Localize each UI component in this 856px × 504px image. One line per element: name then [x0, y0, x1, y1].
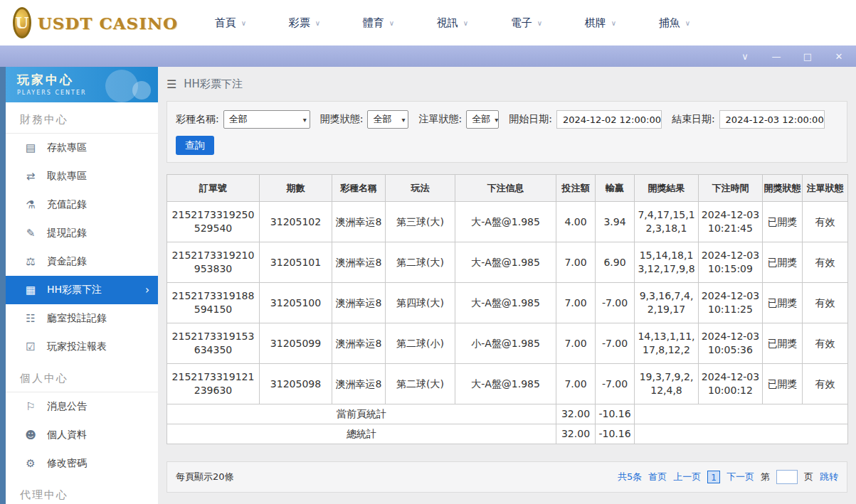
window-close-icon[interactable]: ✕ — [833, 52, 845, 61]
table-row: 2152173319121239630 31205098 澳洲幸运8 第二球(大… — [167, 364, 848, 404]
nav-label: 彩票 — [289, 16, 310, 30]
nav-item-live[interactable]: 視訊∨ — [416, 16, 490, 30]
cell-bet-info: 大-A盤@1.985 — [455, 283, 556, 323]
report-check-icon: ☑ — [24, 341, 37, 353]
cell-order-status: 有效 — [803, 202, 848, 242]
page-total-empty — [635, 404, 848, 424]
cell-order-status: 有效 — [803, 323, 848, 364]
sidebar-item-recharge-records[interactable]: ⚗ 充值記錄 — [6, 191, 158, 219]
sidebar-item-label: 充值記錄 — [47, 198, 87, 211]
grand-total-win: -10.16 — [596, 424, 635, 444]
cell-lottery: 澳洲幸运8 — [332, 202, 386, 242]
nav-item-home[interactable]: 首頁∨ — [194, 16, 268, 30]
start-date-input[interactable]: 2024-12-02 12:00:00 — [556, 110, 662, 129]
sidebar-item-hh-lottery-bets[interactable]: ▦ HH彩票下注 › — [6, 276, 158, 304]
window-minimize-icon[interactable]: — — [771, 52, 782, 61]
nav-label: 棋牌 — [585, 16, 606, 30]
cell-amount: 7.00 — [556, 242, 596, 283]
lottery-name-select[interactable]: 全部 ▾ — [223, 110, 310, 129]
bets-table: 訂單號 期數 彩種名稱 玩法 下注信息 投注額 輸贏 開獎結果 下注時間 開獎狀… — [167, 174, 848, 444]
sidebar-item-deposit[interactable]: ▤ 存款專區 — [6, 134, 158, 162]
nav-item-sports[interactable]: 體育∨ — [342, 16, 416, 30]
sidebar-item-profile[interactable]: ☻ 個人資料 — [6, 421, 158, 449]
page-total-row: 當前頁統計 32.00 -10.16 — [167, 404, 848, 424]
cell-order-id: 2152173319188594150 — [167, 283, 260, 323]
sidebar-header: 玩家中心 PLAYERS CENTER — [6, 67, 158, 102]
sidebar-item-room-bet-records[interactable]: ☷ 廳室投註記錄 — [6, 304, 158, 333]
table-row: 2152173319250529540 31205102 澳洲幸运8 第三球(大… — [167, 202, 848, 242]
col-header-time: 下注時間 — [699, 175, 763, 202]
cell-amount: 4.00 — [556, 202, 596, 242]
bell-icon: ⚐ — [24, 400, 37, 413]
sidebar-item-fund-records[interactable]: ⚖ 資金記錄 — [6, 247, 158, 276]
draw-status-label: 開獎狀態: — [320, 113, 364, 126]
draw-status-select[interactable]: 全部 ▾ — [367, 110, 408, 129]
sidebar-item-label: 取款專區 — [47, 170, 87, 183]
window-collapse-icon[interactable]: ∨ — [739, 52, 751, 61]
page-number-input[interactable] — [776, 470, 798, 484]
col-header-result: 開獎結果 — [635, 175, 699, 202]
col-header-order-status: 注單狀態 — [803, 175, 848, 202]
order-status-select[interactable]: 全部 ▾ — [466, 110, 499, 129]
end-date-input[interactable]: 2024-12-03 12:00:00 — [719, 110, 825, 129]
logo-text: USDT CASINO — [38, 14, 178, 33]
cell-order-status: 有效 — [803, 242, 848, 283]
cell-win: 3.94 — [596, 202, 635, 242]
main-nav: 首頁∨ 彩票∨ 體育∨ 視訊∨ 電子∨ 棋牌∨ 捕魚∨ — [194, 16, 712, 30]
chevron-right-icon: › — [145, 284, 149, 296]
end-date-label: 結束日期: — [672, 113, 715, 126]
logo[interactable]: U USDT CASINO — [13, 7, 178, 38]
section-finance-center: 財務中心 — [6, 102, 158, 134]
chevron-down-icon: ∨ — [241, 19, 246, 27]
fund-record-icon: ⚖ — [24, 255, 37, 268]
nav-label: 體育 — [363, 16, 384, 30]
coin-logo-icon: U — [13, 7, 31, 38]
withdrawal-record-icon: ✎ — [24, 227, 37, 240]
sidebar-item-withdraw[interactable]: ⇄ 取款專區 — [6, 162, 158, 191]
jump-link[interactable]: 跳转 — [820, 471, 838, 483]
chevron-down-icon: ∨ — [315, 19, 320, 27]
table-row: 2152173319210953830 31205101 澳洲幸运8 第二球(大… — [167, 242, 848, 283]
nav-item-boardgames[interactable]: 棋牌∨ — [564, 16, 638, 30]
chevron-down-icon: ∨ — [389, 19, 394, 27]
current-page-badge[interactable]: 1 — [707, 471, 720, 483]
first-page-link[interactable]: 首页 — [648, 471, 667, 483]
selected-value: 全部 — [472, 113, 490, 126]
nav-label: 首頁 — [215, 16, 236, 30]
menu-icon[interactable]: ☰ — [167, 77, 176, 91]
players-center-subtitle: PLAYERS CENTER — [17, 90, 158, 96]
sidebar-item-player-bet-report[interactable]: ☑ 玩家投注報表 — [6, 333, 158, 361]
deposit-icon: ▤ — [24, 141, 37, 154]
grand-total-row: 總統計 32.00 -10.16 — [167, 424, 848, 444]
cell-bet-info: 大-A盤@1.985 — [455, 242, 556, 283]
selected-value: 全部 — [229, 113, 248, 126]
sidebar-item-change-password[interactable]: ⚙ 修改密碼 — [6, 449, 158, 478]
search-button[interactable]: 查詢 — [176, 136, 214, 155]
next-page-link[interactable]: 下一页 — [726, 471, 754, 483]
sidebar-item-announcements[interactable]: ⚐ 消息公告 — [6, 392, 158, 421]
page-suffix-label: 页 — [804, 471, 813, 483]
players-center-title: 玩家中心 — [17, 72, 158, 88]
col-header-amount: 投注額 — [556, 175, 596, 202]
top-nav: U USDT CASINO 首頁∨ 彩票∨ 體育∨ 視訊∨ 電子∨ 棋牌∨ 捕魚… — [0, 0, 856, 45]
sidebar-item-label: 提現記錄 — [47, 227, 87, 240]
col-header-draw-status: 開獎狀態 — [763, 175, 803, 202]
table-header-row: 訂單號 期數 彩種名稱 玩法 下注信息 投注額 輸贏 開獎結果 下注時間 開獎狀… — [167, 175, 848, 202]
cell-play: 第二球(大) — [386, 242, 455, 283]
cell-play: 第四球(大) — [386, 283, 455, 323]
page-total-label: 當前頁統計 — [167, 404, 556, 424]
nav-item-slots[interactable]: 電子∨ — [490, 16, 564, 30]
filter-actions: 查詢 — [176, 136, 838, 155]
cell-period: 31205101 — [260, 242, 332, 283]
pagination-controls: 共5条 首页 上一页 1 下一页 第 页 跳转 — [618, 470, 838, 484]
section-personal-center: 個人中心 — [6, 361, 158, 392]
chevron-down-icon: ∨ — [463, 19, 468, 27]
col-header-lottery: 彩種名稱 — [332, 175, 386, 202]
prev-page-link[interactable]: 上一页 — [673, 471, 701, 483]
nav-item-lottery[interactable]: 彩票∨ — [268, 16, 342, 30]
sidebar-item-withdrawal-records[interactable]: ✎ 提現記錄 — [6, 219, 158, 247]
nav-item-fishing[interactable]: 捕魚∨ — [638, 16, 712, 30]
cell-period: 31205102 — [260, 202, 332, 242]
cell-play: 第二球(大) — [386, 364, 455, 404]
window-maximize-icon[interactable]: □ — [802, 52, 813, 61]
